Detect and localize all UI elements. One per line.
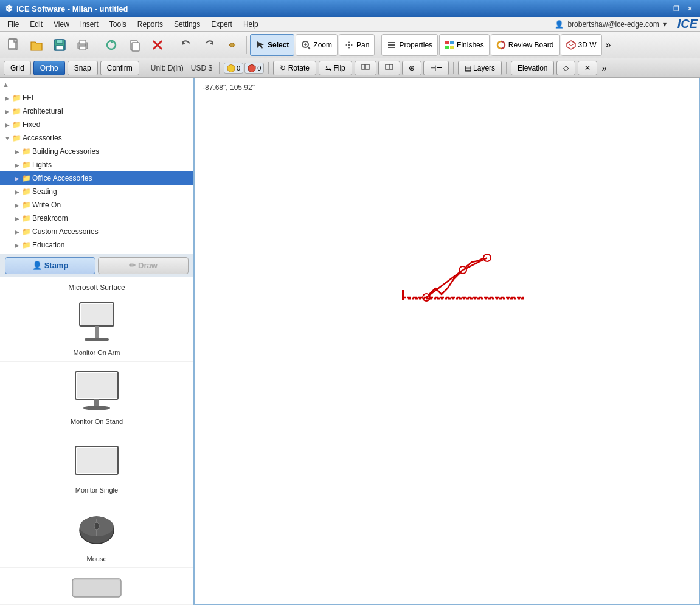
elevation-label: Elevation (518, 64, 547, 72)
tree-label-break: Breakroom (32, 214, 68, 223)
properties-button[interactable]: Properties (381, 34, 438, 56)
panel-btn-4[interactable]: ⊣⊢ (423, 61, 449, 75)
redo-button[interactable] (198, 34, 220, 56)
layers-button[interactable]: ▤ Layers (458, 61, 502, 75)
user-email[interactable]: brobertshaw@ice-edge.com (567, 20, 659, 29)
menu-settings[interactable]: Settings (169, 19, 205, 30)
tree-item-accessories[interactable]: ▼ 📁 Accessories (0, 131, 193, 145)
svg-rect-27 (445, 46, 449, 49)
svg-rect-52 (402, 290, 404, 300)
tree-item-writeon[interactable]: ▶ 📁 Write On (0, 198, 193, 212)
panel-btn-2[interactable] (378, 61, 400, 75)
print-button[interactable] (72, 34, 94, 56)
tree-arrow-writeon: ▶ (12, 202, 22, 209)
copy-button[interactable] (123, 34, 145, 56)
tree-item-building[interactable]: ▶ 📁 Building Accessories (0, 145, 193, 158)
new-button[interactable] (2, 34, 24, 56)
tree-arrow-lights: ▶ (12, 162, 22, 168)
grid-button[interactable]: Grid (4, 61, 31, 75)
monitor-single-item[interactable]: Monitor Single (0, 430, 193, 499)
tree-folder-acc: 📁 (12, 134, 21, 142)
tree-item-lights[interactable]: ▶ 📁 Lights (0, 158, 193, 171)
snap-button[interactable]: Snap (68, 61, 98, 75)
toolbar-sep-1 (97, 36, 97, 54)
confirm-button[interactable]: Confirm (100, 61, 139, 75)
mode-sep-1 (144, 62, 144, 74)
menu-help[interactable]: Help (238, 19, 263, 30)
tree-item-custom-acc[interactable]: ▶ 📁 Custom Accessories (0, 225, 193, 238)
menu-bar: File Edit View Insert Tools Reports Sett… (0, 17, 700, 32)
menu-file[interactable]: File (2, 19, 24, 30)
rotate-button[interactable]: ↻ Rotate (273, 61, 316, 75)
main-toolbar: Select Zoom Pan Properties Finishes Revi… (0, 32, 700, 58)
refresh-button[interactable] (100, 34, 122, 56)
delete-button[interactable] (147, 34, 168, 56)
svg-rect-4 (56, 46, 63, 50)
toolbar-overflow[interactable]: » (603, 40, 614, 50)
monitor-arm-item[interactable]: Monitor On Arm (0, 293, 193, 362)
diamond-btn[interactable]: ◇ (556, 61, 575, 75)
monitor-stand-item[interactable]: Monitor On Stand (0, 362, 193, 430)
canvas-drawing (195, 78, 699, 604)
finishes-label: Finishes (457, 41, 484, 49)
menu-expert[interactable]: Expert (206, 19, 237, 30)
panel-btn-3[interactable]: ⊕ (402, 61, 421, 75)
svg-rect-37 (95, 326, 99, 338)
menu-tools[interactable]: Tools (105, 19, 131, 30)
minimize-button[interactable]: ─ (657, 4, 668, 13)
tree-arrow-office: ▶ (12, 175, 22, 182)
tree-item-office-acc[interactable]: ▶ 📁 Office Accessories (0, 171, 193, 185)
title-controls[interactable]: ─ ❐ ✕ (657, 4, 695, 13)
tree-item-seating[interactable]: ▶ 📁 Seating (0, 185, 193, 198)
open-button[interactable] (26, 34, 47, 56)
mode-overflow[interactable]: » (600, 63, 608, 73)
tree-item-architectural[interactable]: ▶ 📁 Architectural (0, 105, 193, 118)
tree-item-fixed[interactable]: ▶ 📁 Fixed (0, 118, 193, 131)
tree-item-ffl[interactable]: ▶ 📁 FFL (0, 91, 193, 105)
close-button[interactable]: ✕ (684, 4, 695, 13)
mousepad-item[interactable] (0, 568, 193, 605)
menu-edit[interactable]: Edit (25, 19, 47, 30)
draw-tab[interactable]: ✏ Draw (98, 257, 189, 274)
tree-item-education[interactable]: ▶ 📁 Education (0, 238, 193, 252)
svg-rect-33 (386, 64, 393, 69)
menu-reports[interactable]: Reports (133, 19, 168, 30)
svg-rect-38 (85, 338, 109, 341)
zoom-button[interactable]: Zoom (296, 34, 338, 56)
mouse-item[interactable]: Mouse (0, 499, 193, 568)
user-dropdown-icon[interactable]: ▾ (663, 20, 667, 29)
user-info: 👤 brobertshaw@ice-edge.com ▾ ICE (555, 17, 698, 31)
finishes-button[interactable]: Finishes (439, 34, 490, 56)
canvas-area[interactable]: -87.68", 105.92" (195, 78, 700, 605)
select-button[interactable]: Select (250, 34, 294, 56)
svg-point-8 (85, 44, 86, 45)
tree-arrow-bld: ▶ (12, 148, 22, 155)
tree-folder-break: 📁 (22, 214, 31, 223)
zoom-label: Zoom (313, 41, 332, 49)
panel-btn-1[interactable] (355, 61, 376, 75)
elevation-button[interactable]: Elevation (511, 61, 554, 75)
tree-label-bld: Building Accessories (32, 147, 99, 156)
flip-button[interactable]: ⇆ Flip (319, 61, 352, 75)
tree-item-breakroom[interactable]: ▶ 📁 Breakroom (0, 212, 193, 225)
undo-button[interactable] (175, 34, 197, 56)
tree-folder-fixed: 📁 (12, 120, 21, 129)
save-button[interactable] (49, 34, 71, 56)
tree-folder-custom: 📁 (22, 227, 31, 236)
three-d-button[interactable]: 3D W (561, 34, 602, 56)
menu-view[interactable]: View (49, 19, 74, 30)
mousepad-image (66, 573, 127, 603)
select-label: Select (268, 41, 289, 49)
stamp-tab[interactable]: 👤 Stamp (5, 257, 95, 274)
menu-insert[interactable]: Insert (75, 19, 103, 30)
stamp-icon: 👤 (32, 261, 42, 270)
toolbar-sep-2 (172, 36, 172, 54)
pan-button[interactable]: Pan (339, 34, 375, 56)
tree-folder-arch: 📁 (12, 107, 21, 116)
tree-arrow-acc: ▼ (2, 135, 12, 142)
cross-btn[interactable]: ✕ (578, 61, 597, 75)
restore-button[interactable]: ❐ (671, 4, 682, 13)
forward-button[interactable] (221, 34, 243, 56)
ortho-button[interactable]: Ortho (33, 61, 65, 75)
review-board-button[interactable]: Review Board (491, 34, 560, 56)
